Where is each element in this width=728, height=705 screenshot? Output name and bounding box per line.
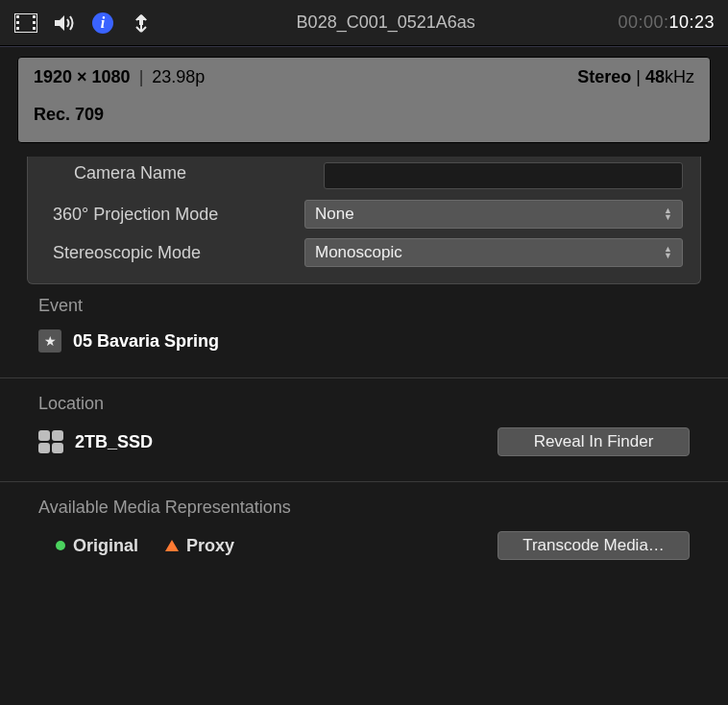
proxy-media-status: Proxy (165, 536, 234, 556)
timecode: 00:00:10:23 (618, 12, 715, 33)
svg-rect-5 (33, 21, 36, 24)
projection-mode-label: 360° Projection Mode (45, 205, 304, 225)
reveal-in-finder-button[interactable]: Reveal In Finder (497, 427, 690, 456)
location-section-label: Location (38, 394, 690, 414)
chevron-updown-icon: ▲▼ (664, 207, 672, 221)
stereoscopic-mode-select[interactable]: Monoscopic ▲▼ (304, 238, 683, 267)
info-inspector-tab[interactable]: i (90, 11, 115, 36)
transcode-media-button[interactable]: Transcode Media… (497, 531, 690, 560)
camera-name-input[interactable] (324, 162, 683, 189)
status-warning-icon (165, 540, 179, 551)
video-inspector-tab[interactable] (13, 11, 38, 36)
stereoscopic-mode-label: Stereoscopic Mode (45, 243, 304, 263)
svg-rect-3 (16, 27, 19, 30)
camera-name-label: Camera Name (45, 163, 324, 183)
projection-mode-select[interactable]: None ▲▼ (304, 200, 683, 229)
svg-rect-6 (33, 27, 36, 30)
event-name: 05 Bavaria Spring (73, 331, 219, 352)
chevron-updown-icon: ▲▼ (664, 246, 672, 259)
format-info-banner: 1920 × 1080 | 23.98p Stereo | 48kHz Rec.… (17, 57, 711, 143)
original-media-status: Original (56, 536, 138, 556)
share-inspector-tab[interactable] (129, 11, 154, 36)
inspector-panel: Camera Name 360° Projection Mode None ▲▼… (27, 157, 701, 284)
svg-rect-2 (16, 21, 19, 24)
status-ok-icon (56, 541, 65, 550)
audio-inspector-tab[interactable] (52, 11, 77, 36)
resolution-framerate: 1920 × 1080 | 23.98p (34, 67, 205, 87)
event-section-label: Event (38, 296, 690, 316)
media-reps-label: Available Media Representations (38, 498, 690, 518)
volume-disk-icon (38, 430, 63, 453)
color-space: Rec. 709 (18, 97, 710, 142)
location-name: 2TB_SSD (75, 432, 153, 452)
audio-format: Stereo | 48kHz (577, 67, 694, 87)
svg-rect-4 (33, 15, 36, 18)
event-star-icon: ★ (38, 329, 61, 352)
svg-rect-1 (16, 15, 19, 18)
clip-name: B028_C001_0521A6as (154, 12, 618, 33)
